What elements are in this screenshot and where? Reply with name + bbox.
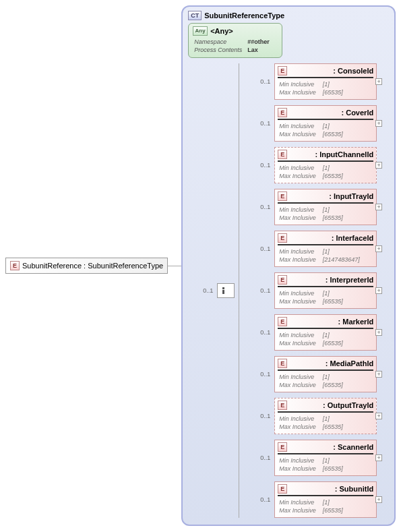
child-row: 0..1E: MarkerIdMin Inclusive[1]Max Inclu… (245, 314, 377, 351)
ref-header: E: InputChannelId (278, 150, 373, 162)
expand-icon[interactable]: + (375, 287, 382, 294)
expand-icon[interactable]: + (375, 371, 382, 378)
expand-icon[interactable]: + (375, 204, 382, 210)
any-prop-value: Lax (247, 47, 274, 53)
ref-type: : InterfaceId (332, 234, 373, 242)
element-badge: E (278, 108, 287, 117)
ref-element-box[interactable]: E: ConsoleIdMin Inclusive[1]Max Inclusiv… (274, 63, 377, 100)
child-occurrence: 0..1 (245, 287, 274, 294)
any-box[interactable]: Any <Any> Namespace##other Process Conte… (188, 23, 282, 58)
ref-element-box[interactable]: E: InterfaceIdMin Inclusive[1]Max Inclus… (274, 231, 377, 267)
min-label: Min Inclusive (279, 206, 321, 213)
min-label: Min Inclusive (279, 81, 321, 88)
max-value: [65535] (323, 507, 348, 514)
root-element-box[interactable]: E SubunitReference : SubunitReferenceTyp… (5, 258, 168, 274)
child-occurrence: 0..1 (245, 496, 274, 503)
expand-icon[interactable]: + (375, 162, 382, 169)
max-label: Max Inclusive (279, 382, 321, 388)
min-label: Min Inclusive (279, 290, 321, 297)
ref-element-box[interactable]: E: ScannerIdMin Inclusive[1]Max Inclusiv… (274, 440, 377, 476)
min-label: Min Inclusive (279, 457, 321, 464)
max-label: Max Inclusive (279, 465, 321, 472)
max-label: Max Inclusive (279, 214, 321, 221)
child-row: 0..1E: SubunitIdMin Inclusive[1]Max Incl… (245, 481, 377, 518)
max-label: Max Inclusive (279, 173, 321, 179)
expand-icon[interactable]: + (375, 78, 382, 85)
max-value: [65535] (323, 465, 348, 472)
any-prop-value: ##other (247, 38, 274, 45)
child-row: 0..1E: MediaPathIdMin Inclusive[1]Max In… (245, 356, 377, 392)
max-value: [65535] (323, 423, 348, 430)
constraints: Min Inclusive[1]Max Inclusive[65535] (278, 498, 350, 515)
min-label: Min Inclusive (279, 499, 321, 506)
sequence-row: 0..1 0..1E: ConsoleIdMin Inclusive[1]Max… (188, 63, 389, 518)
min-value: [1] (323, 81, 348, 88)
ref-header: E: CoverId (278, 108, 373, 120)
expand-icon[interactable]: + (375, 245, 382, 252)
ref-element-box[interactable]: E: MarkerIdMin Inclusive[1]Max Inclusive… (274, 314, 377, 351)
min-value: [1] (323, 374, 348, 380)
child-occurrence: 0..1 (245, 245, 274, 252)
min-label: Min Inclusive (279, 332, 321, 338)
element-badge: E (10, 261, 20, 270)
max-value: [65535] (323, 173, 348, 179)
ref-header: E: InterfaceId (278, 233, 373, 245)
min-value: [1] (323, 165, 348, 171)
ref-element-box[interactable]: E: InputTrayIdMin Inclusive[1]Max Inclus… (274, 189, 377, 225)
ref-element-box[interactable]: E: OutputTrayIdMin Inclusive[1]Max Inclu… (274, 398, 377, 434)
max-label: Max Inclusive (279, 423, 321, 430)
child-occurrence: 0..1 (245, 120, 274, 127)
child-row: 0..1E: InterpreterIdMin Inclusive[1]Max … (245, 272, 377, 309)
connector (168, 266, 181, 266)
child-occurrence: 0..1 (245, 413, 274, 419)
element-badge: E (278, 191, 287, 201)
tree-line (239, 63, 245, 518)
max-value: [65535] (323, 89, 348, 96)
ref-header: E: ScannerId (278, 442, 373, 454)
constraints: Min Inclusive[1]Max Inclusive[2147483647… (278, 247, 367, 264)
any-badge: Any (193, 26, 208, 36)
element-badge: E (278, 484, 287, 494)
ref-type: : CoverId (341, 109, 373, 117)
expand-icon[interactable]: + (375, 454, 382, 461)
ref-header: E: InterpreterId (278, 275, 373, 287)
constraints: Min Inclusive[1]Max Inclusive[65535] (278, 372, 350, 390)
constraints: Min Inclusive[1]Max Inclusive[65535] (278, 330, 350, 348)
expand-icon[interactable]: + (375, 496, 382, 503)
child-row: 0..1E: CoverIdMin Inclusive[1]Max Inclus… (245, 105, 377, 142)
ref-type: : OutputTrayId (323, 401, 373, 409)
any-properties: Namespace##other Process ContentsLax (193, 37, 275, 55)
ref-type: : InputChannelId (315, 150, 373, 158)
any-prop-name: Process Contents (194, 47, 246, 53)
ref-element-box[interactable]: E: SubunitIdMin Inclusive[1]Max Inclusiv… (274, 481, 377, 518)
child-occurrence: 0..1 (245, 78, 274, 85)
any-header: Any <Any> (193, 26, 278, 36)
child-row: 0..1E: InputChannelIdMin Inclusive[1]Max… (245, 147, 377, 183)
expand-icon[interactable]: + (375, 329, 382, 336)
constraints: Min Inclusive[1]Max Inclusive[65535] (278, 205, 350, 223)
expand-icon[interactable]: + (375, 413, 382, 419)
child-row: 0..1E: ConsoleIdMin Inclusive[1]Max Incl… (245, 63, 377, 100)
child-row: 0..1E: InterfaceIdMin Inclusive[1]Max In… (245, 231, 377, 267)
min-label: Min Inclusive (279, 123, 321, 129)
ref-element-box[interactable]: E: CoverIdMin Inclusive[1]Max Inclusive[… (274, 105, 377, 142)
min-label: Min Inclusive (279, 415, 321, 422)
max-label: Max Inclusive (279, 131, 321, 138)
ref-element-box[interactable]: E: InterpreterIdMin Inclusive[1]Max Incl… (274, 272, 377, 309)
complex-type-title: CT SubunitReferenceType (188, 11, 389, 20)
element-badge: E (278, 275, 287, 285)
ref-type: : MediaPathId (326, 359, 374, 367)
ref-type: : MarkerId (338, 318, 374, 326)
ref-element-box[interactable]: E: InputChannelIdMin Inclusive[1]Max Inc… (274, 147, 377, 183)
element-badge: E (278, 233, 287, 243)
max-label: Max Inclusive (279, 507, 321, 514)
sequence-indicator[interactable] (217, 283, 235, 298)
child-row: 0..1E: InputTrayIdMin Inclusive[1]Max In… (245, 189, 377, 225)
constraints: Min Inclusive[1]Max Inclusive[65535] (278, 289, 350, 306)
ref-element-box[interactable]: E: MediaPathIdMin Inclusive[1]Max Inclus… (274, 356, 377, 392)
min-value: [1] (323, 123, 348, 129)
expand-icon[interactable]: + (375, 120, 382, 127)
constraints: Min Inclusive[1]Max Inclusive[65535] (278, 163, 350, 181)
min-value: [1] (323, 248, 365, 255)
min-label: Min Inclusive (279, 248, 321, 255)
